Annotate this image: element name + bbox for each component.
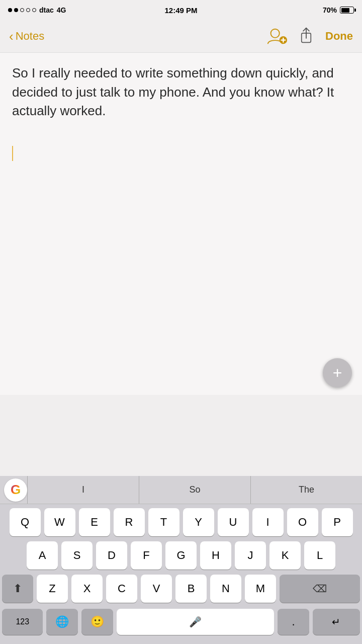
- key-n[interactable]: N: [210, 575, 241, 603]
- predictive-bar: G I So The: [0, 476, 362, 504]
- signal-dot-3: [20, 8, 24, 12]
- key-m[interactable]: M: [245, 575, 276, 603]
- text-cursor: [12, 146, 13, 161]
- key-i[interactable]: I: [252, 508, 284, 536]
- key-p[interactable]: P: [322, 508, 353, 536]
- emoji-icon: 🙂: [90, 615, 104, 628]
- key-a[interactable]: A: [27, 541, 58, 570]
- nav-right: Done: [266, 26, 353, 47]
- period-key[interactable]: .: [278, 609, 309, 635]
- keyboard: G I So The Q W E R T Y U I O P A S D F G: [0, 476, 362, 644]
- signal-dots: [8, 8, 36, 12]
- delete-icon: ⌫: [313, 583, 327, 595]
- status-right: 70%: [323, 6, 354, 14]
- battery-fill: [341, 8, 349, 13]
- add-contact-button[interactable]: [266, 26, 287, 47]
- key-v[interactable]: V: [141, 575, 172, 603]
- back-button[interactable]: ‹ Notes: [9, 30, 44, 43]
- key-d[interactable]: D: [96, 541, 127, 570]
- note-area[interactable]: So I really needed to write something do…: [0, 53, 362, 395]
- key-row-3: ⬆ Z X C V B N M ⌫: [2, 575, 360, 603]
- predictive-word-1[interactable]: I: [27, 476, 139, 504]
- signal-dot-4: [26, 8, 30, 12]
- key-c[interactable]: C: [106, 575, 137, 603]
- key-z[interactable]: Z: [37, 575, 68, 603]
- key-f[interactable]: F: [131, 541, 162, 570]
- back-label: Notes: [16, 30, 44, 43]
- share-button[interactable]: [298, 27, 314, 45]
- battery-percentage: 70%: [323, 6, 337, 14]
- microphone-icon: 🎤: [189, 616, 202, 628]
- key-r[interactable]: R: [114, 508, 145, 536]
- numbers-key[interactable]: 123: [2, 609, 43, 635]
- done-button[interactable]: Done: [325, 30, 353, 43]
- period-label: .: [292, 615, 295, 628]
- plus-icon: +: [333, 365, 342, 381]
- key-e[interactable]: E: [79, 508, 110, 536]
- predictive-word-3[interactable]: The: [250, 476, 362, 504]
- network-type-label: 4G: [57, 6, 66, 14]
- key-x[interactable]: X: [71, 575, 103, 603]
- key-g[interactable]: G: [165, 541, 197, 570]
- note-content: So I really needed to write something do…: [12, 64, 350, 121]
- status-bar: dtac 4G 12:49 PM 70%: [0, 0, 362, 20]
- key-w[interactable]: W: [44, 508, 75, 536]
- google-g-letter: G: [11, 482, 21, 498]
- return-key[interactable]: ↵: [313, 609, 360, 635]
- key-t[interactable]: T: [148, 508, 179, 536]
- key-j[interactable]: J: [235, 541, 266, 570]
- signal-dot-1: [8, 8, 12, 12]
- key-b[interactable]: B: [175, 575, 207, 603]
- predictive-word-2[interactable]: So: [139, 476, 250, 504]
- return-icon: ↵: [332, 616, 340, 628]
- battery-icon: [340, 7, 354, 14]
- back-chevron-icon: ‹: [9, 30, 14, 43]
- globe-key[interactable]: 🌐: [46, 609, 78, 635]
- predictive-words: I So The: [27, 476, 362, 504]
- status-time: 12:49 PM: [164, 6, 197, 15]
- space-key[interactable]: 🎤: [117, 609, 274, 635]
- shift-icon: ⬆: [13, 582, 22, 595]
- signal-dot-2: [14, 8, 18, 12]
- key-l[interactable]: L: [304, 541, 335, 570]
- status-left: dtac 4G: [8, 6, 66, 14]
- add-fab-button[interactable]: +: [323, 358, 352, 387]
- key-q[interactable]: Q: [10, 508, 41, 536]
- svg-point-0: [271, 29, 280, 38]
- key-o[interactable]: O: [287, 508, 318, 536]
- google-logo: G: [4, 478, 27, 502]
- key-u[interactable]: U: [218, 508, 249, 536]
- key-rows: Q W E R T Y U I O P A S D F G H J K L ⬆: [0, 504, 362, 609]
- emoji-key[interactable]: 🙂: [81, 609, 113, 635]
- numbers-label: 123: [16, 617, 29, 626]
- nav-bar: ‹ Notes Done: [0, 20, 362, 53]
- shift-key[interactable]: ⬆: [2, 575, 33, 603]
- bottom-key-row: 123 🌐 🙂 🎤 . ↵: [0, 609, 362, 635]
- carrier-label: dtac: [39, 6, 54, 14]
- signal-dot-5: [32, 8, 36, 12]
- key-h[interactable]: H: [200, 541, 231, 570]
- key-y[interactable]: Y: [183, 508, 214, 536]
- key-k[interactable]: K: [269, 541, 301, 570]
- globe-icon: 🌐: [55, 615, 69, 628]
- key-row-2: A S D F G H J K L: [2, 541, 360, 570]
- key-s[interactable]: S: [61, 541, 93, 570]
- key-row-1: Q W E R T Y U I O P: [2, 508, 360, 536]
- delete-key[interactable]: ⌫: [280, 575, 360, 603]
